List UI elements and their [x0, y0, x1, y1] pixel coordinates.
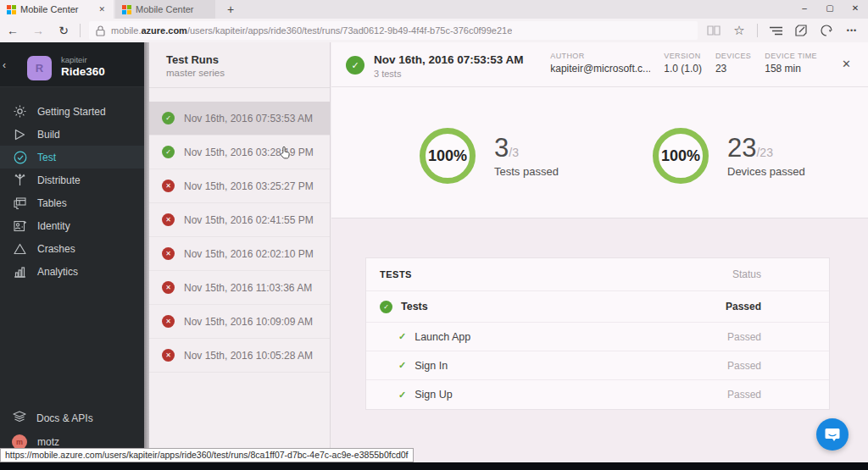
failed-icon: ✕: [162, 213, 175, 226]
tab-title: Mobile Center: [20, 4, 92, 14]
window-minimize-button[interactable]: –: [792, 0, 817, 19]
passed-icon: ✓: [162, 146, 175, 158]
run-detail-subtitle: 3 tests: [374, 69, 401, 79]
sidebar-item-analytics[interactable]: Analytics: [0, 260, 144, 283]
check-icon: ✓: [398, 390, 406, 401]
reading-view-icon[interactable]: [703, 21, 725, 40]
failed-icon: ✕: [162, 247, 175, 260]
run-date: Nov 15th, 2016 10:09:09 AM: [184, 316, 313, 328]
run-list-item[interactable]: ✕ Nov 15th, 2016 11:03:36 AM: [149, 271, 330, 305]
hub-icon[interactable]: [765, 21, 787, 40]
failed-icon: ✕: [162, 281, 175, 294]
run-meta: AUTHOR kapiteir@microsoft.c... VERSION 1…: [550, 52, 817, 75]
sidebar-item-test[interactable]: Test: [0, 146, 144, 169]
run-date: Nov 15th, 2016 03:25:27 PM: [184, 180, 314, 192]
tab-mobile-center-active[interactable]: Mobile Center ✕: [0, 0, 114, 19]
address-bar[interactable]: mobile.azure.com/users/kapiteir/apps/rid…: [89, 21, 698, 40]
sidebar-item-label: Analytics: [37, 266, 78, 278]
passed-icon: ✓: [380, 301, 392, 313]
tab-title: Mobile Center: [136, 4, 209, 14]
check-icon: ✓: [398, 360, 406, 371]
tab-close-icon[interactable]: ✕: [97, 3, 107, 15]
sidebar-item-getting-started[interactable]: Getting Started: [0, 100, 144, 123]
id-card-icon: [13, 218, 27, 233]
run-list-item[interactable]: ✕ Nov 15th, 2016 03:25:27 PM: [149, 169, 330, 203]
favorites-star-icon[interactable]: ☆: [728, 21, 750, 40]
sidebar-item-label: Crashes: [37, 243, 75, 255]
status-badge: Passed: [727, 360, 761, 372]
window-maximize-button[interactable]: ▢: [817, 0, 843, 19]
status-column-header: Status: [732, 268, 761, 280]
failed-icon: ✕: [162, 315, 175, 328]
sun-icon: [13, 104, 27, 119]
run-detail-title: Nov 16th, 2016 07:53:53 AM: [374, 53, 524, 66]
browser-tab-bar: Mobile Center ✕ Mobile Center + – ▢ ✕: [0, 0, 868, 19]
panel-title: Test Runs: [166, 53, 219, 66]
chat-smile-icon: [825, 428, 840, 442]
run-list-item[interactable]: ✕ Nov 15th, 2016 10:05:28 AM: [149, 339, 330, 373]
passed-icon: ✓: [346, 56, 364, 75]
app-sidebar: ‹ R kapiteir Ride360 Getting Started Bui…: [0, 42, 144, 462]
runs-list: ✓ Nov 16th, 2016 07:53:53 AM ✓ Nov 15th,…: [149, 102, 330, 373]
distribute-icon: [13, 173, 27, 187]
tests-table-header: TESTS Status: [366, 258, 829, 291]
sidebar-item-label: Getting Started: [37, 106, 106, 118]
share-icon[interactable]: [815, 21, 837, 40]
tests-passed-ring: 100%: [420, 128, 476, 184]
test-step-row[interactable]: ✓ Sign Up Passed: [366, 380, 829, 409]
sidebar-item-build[interactable]: Build: [0, 123, 144, 146]
toolbar-divider: [80, 24, 81, 37]
chat-bubble-button[interactable]: [816, 418, 849, 451]
app-switcher[interactable]: ‹ R kapiteir Ride360: [0, 42, 144, 87]
stats-section: 100% 3/3 Tests passed 100% 23/23 Devices…: [331, 87, 868, 218]
taskbar-strip: [0, 462, 868, 470]
user-avatar: m: [12, 434, 27, 450]
run-date: Nov 15th, 2016 10:05:28 AM: [184, 350, 313, 362]
chevron-left-icon[interactable]: ‹: [3, 59, 6, 71]
user-name: motz: [37, 436, 59, 448]
run-list-item[interactable]: ✓ Nov 16th, 2016 07:53:53 AM: [149, 102, 330, 135]
run-list-item[interactable]: ✓ Nov 15th, 2016 03:28:19 PM: [149, 135, 330, 169]
meta-author: AUTHOR kapiteir@microsoft.c...: [550, 52, 650, 75]
lock-icon: [96, 25, 105, 36]
toolbar-divider: [757, 24, 758, 37]
run-date: Nov 15th, 2016 02:02:10 PM: [184, 248, 314, 260]
forward-icon[interactable]: →: [25, 24, 51, 37]
mouse-cursor-hand: [279, 146, 292, 160]
run-detail-header: ✓ Nov 16th, 2016 07:53:53 AM 3 tests AUT…: [331, 42, 868, 87]
sidebar-item-tables[interactable]: Tables: [0, 191, 144, 214]
test-runs-panel: Test Runs master series ✓ Nov 16th, 2016…: [149, 42, 331, 462]
more-options-icon[interactable]: •••: [841, 21, 863, 40]
web-note-icon[interactable]: [790, 21, 812, 40]
tab-mobile-center-inactive[interactable]: Mobile Center: [115, 0, 215, 19]
sidebar-item-crashes[interactable]: Crashes: [0, 237, 144, 260]
bar-chart-icon: [13, 264, 27, 279]
sidebar-item-label: Build: [37, 129, 60, 141]
microsoft-logo-icon: [122, 5, 131, 14]
status-badge: Passed: [726, 301, 761, 312]
browser-toolbar: ← → ↻ mobile.azure.com/users/kapiteir/ap…: [0, 19, 868, 42]
tests-table: TESTS Status ✓ Tests Passed ✓ Launch App…: [365, 257, 830, 410]
back-icon[interactable]: ←: [0, 24, 25, 37]
url-text: mobile.azure.com/users/kapiteir/apps/rid…: [111, 25, 512, 36]
run-list-item[interactable]: ✕ Nov 15th, 2016 10:09:09 AM: [149, 305, 330, 339]
sidebar-item-distribute[interactable]: Distribute: [0, 169, 144, 191]
run-list-item[interactable]: ✕ Nov 15th, 2016 02:02:10 PM: [149, 237, 330, 271]
meta-device-time: DEVICE TIME 158 min: [765, 52, 817, 75]
close-icon[interactable]: ✕: [842, 58, 851, 70]
test-step-row[interactable]: ✓ Sign In Passed: [366, 351, 829, 380]
check-icon: ✓: [398, 331, 406, 342]
sidebar-item-identity[interactable]: Identity: [0, 214, 144, 237]
test-step-row[interactable]: ✓ Launch App Passed: [366, 323, 829, 351]
sidebar-item-label: Docs & APIs: [36, 412, 93, 424]
sidebar-item-docs-apis[interactable]: Docs & APIs: [0, 406, 144, 429]
refresh-icon[interactable]: ↻: [51, 24, 76, 37]
run-list-item[interactable]: ✕ Nov 15th, 2016 02:41:55 PM: [149, 203, 330, 237]
org-name: kapiteir: [61, 55, 87, 64]
check-circle-icon: [13, 150, 27, 164]
run-date: Nov 15th, 2016 02:41:55 PM: [184, 214, 314, 226]
tests-group-row[interactable]: ✓ Tests Passed: [366, 291, 829, 323]
new-tab-button[interactable]: +: [222, 2, 239, 17]
microsoft-logo-icon: [7, 5, 15, 14]
window-close-button[interactable]: ✕: [843, 0, 868, 19]
